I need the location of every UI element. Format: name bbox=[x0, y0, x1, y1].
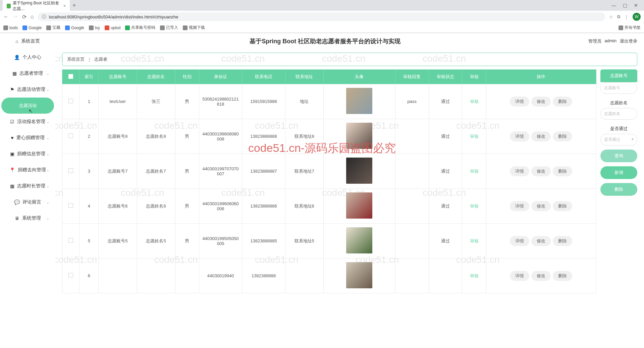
op-删除-button[interactable]: 删除 bbox=[553, 166, 572, 176]
op-修改-button[interactable]: 修改 bbox=[531, 236, 551, 246]
row-checkbox[interactable] bbox=[62, 84, 79, 119]
sidebar-item-爱心捐赠管理[interactable]: ♥爱心捐赠管理⌄ bbox=[1, 130, 54, 146]
minimize-icon[interactable]: — bbox=[611, 3, 616, 8]
table-row: 1testUser张三男5306241998021218181591591598… bbox=[62, 84, 596, 119]
op-详情-button[interactable]: 详情 bbox=[510, 271, 529, 281]
extensions-icon[interactable]: ⧉ bbox=[617, 14, 620, 19]
sidebar-item-捐赠信息管理[interactable]: ▣捐赠信息管理⌄ bbox=[1, 146, 54, 162]
audit-link[interactable]: 审核 bbox=[470, 238, 479, 243]
sidebar-item-label: 评论留言 bbox=[22, 199, 41, 205]
sidebar-item-志愿者管理[interactable]: ▦志愿者管理⌄ bbox=[1, 65, 54, 81]
delete-button[interactable]: 删除 bbox=[600, 183, 637, 196]
audit-link[interactable]: 审核 bbox=[470, 134, 479, 139]
op-详情-button[interactable]: 详情 bbox=[510, 236, 529, 246]
forward-icon[interactable]: → bbox=[13, 14, 18, 20]
sidebar-item-志愿时长管理[interactable]: ▦志愿时长管理⌄ bbox=[1, 178, 54, 194]
bookmark-item[interactable]: 视频下载 bbox=[183, 25, 205, 31]
folder-icon bbox=[3, 25, 8, 30]
sidebar-item-个人中心[interactable]: 👤个人中心 bbox=[1, 49, 54, 65]
breadcrumb-home[interactable]: 系统首页 bbox=[67, 56, 85, 62]
audit-link[interactable]: 审核 bbox=[470, 169, 479, 174]
cell-audit: 审核 bbox=[462, 119, 486, 154]
menu-icon[interactable]: ⋮ bbox=[624, 14, 629, 19]
new-tab-button[interactable]: + bbox=[72, 2, 76, 9]
op-修改-button[interactable]: 修改 bbox=[531, 201, 551, 211]
table-row: 4志愿账号6志愿姓名6男4403001996060600061382388888… bbox=[62, 189, 596, 224]
main: 基于Spring Boot 社区助老志愿者服务平台的设计与实现 管理员 admi… bbox=[55, 33, 644, 348]
reload-icon[interactable]: ⟳ bbox=[22, 14, 26, 20]
op-删除-button[interactable]: 删除 bbox=[553, 271, 572, 281]
window-controls: — ▢ ✕ bbox=[611, 3, 641, 8]
op-删除-button[interactable]: 删除 bbox=[553, 131, 572, 141]
audit-link[interactable]: 审核 bbox=[470, 204, 479, 209]
op-修改-button[interactable]: 修改 bbox=[531, 271, 551, 281]
flag-icon: ⚑ bbox=[10, 87, 14, 92]
tab-bar: 基于Spring Boot 社区助老志愿… × + — ▢ ✕ bbox=[0, 0, 644, 11]
bookmark-item[interactable]: tools bbox=[3, 25, 18, 30]
audit-link[interactable]: 审核 bbox=[470, 99, 479, 104]
op-详情-button[interactable]: 详情 bbox=[510, 97, 529, 107]
op-删除-button[interactable]: 删除 bbox=[553, 97, 572, 107]
maximize-icon[interactable]: ▢ bbox=[623, 3, 627, 8]
cell-idx: 4 bbox=[79, 189, 99, 224]
sidebar-item-系统首页[interactable]: ⌂系统首页 bbox=[1, 33, 54, 49]
row-checkbox[interactable] bbox=[62, 189, 79, 224]
avatar bbox=[346, 227, 372, 253]
sidebar-item-评论留言[interactable]: 💬评论留言⌄ bbox=[1, 194, 54, 210]
share-icon[interactable]: ☆ bbox=[609, 14, 613, 19]
logout-link[interactable]: 退出登录 bbox=[620, 38, 637, 44]
url-input[interactable]: ⓘ localhost:8080/springboot8s504/admin/d… bbox=[38, 12, 605, 21]
select-all-checkbox[interactable] bbox=[62, 70, 79, 84]
bookmark-item[interactable]: txy bbox=[89, 25, 100, 30]
sidebar-item-活动报名管理[interactable]: ☑活动报名管理⌄ bbox=[1, 114, 54, 130]
profile-avatar[interactable]: W bbox=[633, 13, 641, 21]
search-button[interactable]: 查询 bbox=[600, 150, 637, 162]
row-checkbox[interactable] bbox=[62, 224, 79, 258]
bookmark-item[interactable]: Google bbox=[65, 25, 84, 30]
op-删除-button[interactable]: 删除 bbox=[553, 201, 572, 211]
op-修改-button[interactable]: 修改 bbox=[531, 97, 551, 107]
url-extensions: ☆ ⧉ ⋮ W bbox=[609, 13, 641, 21]
bookmark-item[interactable]: Google bbox=[22, 25, 42, 30]
bookmark-item[interactable]: 已导入 bbox=[160, 25, 178, 31]
close-window-icon[interactable]: ✕ bbox=[634, 3, 638, 8]
col-header: 身份证 bbox=[199, 70, 242, 84]
op-修改-button[interactable]: 修改 bbox=[531, 166, 551, 176]
bookmark-item[interactable]: uplod bbox=[105, 25, 120, 30]
row-checkbox[interactable] bbox=[62, 154, 79, 189]
cell-ops: 详情修改删除 bbox=[486, 224, 596, 258]
back-icon[interactable]: ← bbox=[3, 14, 9, 20]
op-详情-button[interactable]: 详情 bbox=[510, 131, 529, 141]
sidebar-item-志愿活动管理[interactable]: ⚑志愿活动管理⌄ bbox=[1, 81, 54, 98]
cell-avatar bbox=[323, 224, 395, 258]
col-header: 审核回复 bbox=[395, 70, 429, 84]
sidebar-item-捐赠去向管理[interactable]: 📍捐赠去向管理⌄ bbox=[1, 162, 54, 178]
cell-phone: 1382388888 bbox=[242, 258, 285, 293]
op-详情-button[interactable]: 详情 bbox=[510, 201, 529, 211]
cell-status: 通过 bbox=[429, 154, 462, 189]
bookmark-item[interactable]: 宝藏 bbox=[46, 25, 60, 31]
add-button[interactable]: 新增 bbox=[600, 166, 637, 179]
sidebar: ⌂系统首页👤个人中心▦志愿者管理⌄⚑志愿活动管理⌄志愿活动☑活动报名管理⌄♥爱心… bbox=[0, 33, 55, 348]
op-详情-button[interactable]: 详情 bbox=[510, 166, 529, 176]
op-删除-button[interactable]: 删除 bbox=[553, 236, 572, 246]
sidebar-item-系统管理[interactable]: 🖥系统管理⌄ bbox=[1, 210, 54, 226]
sidebar-item-志愿活动[interactable]: 志愿活动 bbox=[1, 98, 54, 114]
op-修改-button[interactable]: 修改 bbox=[531, 131, 551, 141]
box-icon: ▣ bbox=[10, 151, 14, 157]
all-bookmarks[interactable]: 所有书签 bbox=[619, 25, 641, 31]
audit-link[interactable]: 审核 bbox=[470, 273, 479, 278]
filter-select-pass[interactable]: 是否通过 bbox=[600, 134, 637, 146]
folder-icon bbox=[619, 25, 623, 30]
filter-input-name[interactable]: 志愿姓名 bbox=[600, 108, 637, 120]
filter-input-acct[interactable]: 志愿账号 bbox=[600, 82, 637, 94]
home-icon[interactable]: ⌂ bbox=[31, 14, 34, 20]
browser-tab[interactable]: 基于Spring Boot 社区助老志愿… × bbox=[3, 0, 70, 14]
cell-acct bbox=[99, 258, 137, 293]
close-icon[interactable]: × bbox=[63, 4, 66, 8]
row-checkbox[interactable] bbox=[62, 119, 79, 154]
grid-icon: ▦ bbox=[10, 183, 14, 189]
row-checkbox[interactable] bbox=[62, 258, 79, 293]
url-text: localhost:8080/springboot8s504/admin/dis… bbox=[49, 14, 178, 19]
bookmark-item[interactable]: 共享账号密码 bbox=[125, 25, 155, 31]
